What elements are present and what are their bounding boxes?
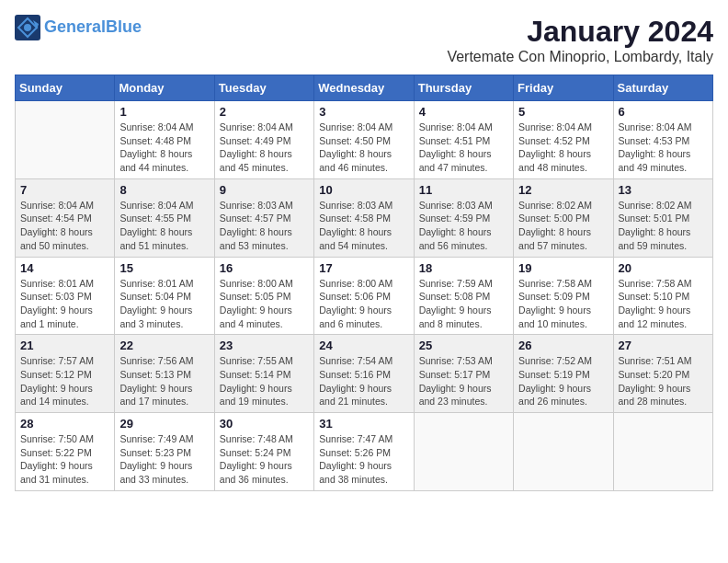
calendar-cell: 1Sunrise: 8:04 AMSunset: 4:48 PMDaylight…: [115, 101, 214, 179]
calendar-cell: 26Sunrise: 7:52 AMSunset: 5:19 PMDayligh…: [514, 335, 613, 413]
day-info: Sunrise: 7:54 AMSunset: 5:16 PMDaylight:…: [319, 354, 408, 408]
calendar-cell: 16Sunrise: 8:00 AMSunset: 5:05 PMDayligh…: [214, 257, 313, 335]
header: GeneralBlue January 2024 Vertemate Con M…: [15, 15, 713, 65]
day-number: 12: [518, 183, 608, 197]
calendar-cell: 2Sunrise: 8:04 AMSunset: 4:49 PMDaylight…: [214, 101, 313, 179]
day-number: 23: [220, 339, 309, 352]
logo-text: GeneralBlue: [44, 17, 142, 38]
day-number: 15: [119, 261, 209, 275]
calendar-cell: 31Sunrise: 7:47 AMSunset: 5:26 PMDayligh…: [314, 413, 414, 491]
day-number: 2: [220, 105, 309, 119]
day-info: Sunrise: 7:58 AMSunset: 5:09 PMDaylight:…: [518, 277, 608, 331]
day-number: 10: [319, 183, 408, 197]
calendar-cell: 20Sunrise: 7:58 AMSunset: 5:10 PMDayligh…: [613, 257, 712, 335]
calendar-cell: 3Sunrise: 8:04 AMSunset: 4:50 PMDaylight…: [314, 101, 414, 179]
day-info: Sunrise: 8:02 AMSunset: 5:01 PMDaylight:…: [619, 199, 708, 253]
svg-point-2: [24, 24, 31, 31]
calendar-cell: 22Sunrise: 7:56 AMSunset: 5:13 PMDayligh…: [115, 335, 214, 413]
day-info: Sunrise: 8:00 AMSunset: 5:05 PMDaylight:…: [220, 277, 309, 331]
calendar-cell: [16, 101, 115, 179]
calendar-cell: 25Sunrise: 7:53 AMSunset: 5:17 PMDayligh…: [414, 335, 513, 413]
day-info: Sunrise: 7:57 AMSunset: 5:12 PMDaylight:…: [20, 354, 109, 408]
day-info: Sunrise: 7:59 AMSunset: 5:08 PMDaylight:…: [419, 277, 508, 331]
week-row-3: 14Sunrise: 8:01 AMSunset: 5:03 PMDayligh…: [16, 257, 713, 335]
logo: GeneralBlue: [15, 15, 142, 40]
day-number: 16: [220, 261, 309, 275]
location-subtitle: Vertemate Con Minoprio, Lombardy, Italy: [447, 49, 713, 65]
day-number: 20: [619, 261, 708, 275]
calendar-cell: 21Sunrise: 7:57 AMSunset: 5:12 PMDayligh…: [16, 335, 115, 413]
calendar-cell: 7Sunrise: 8:04 AMSunset: 4:54 PMDaylight…: [16, 178, 115, 257]
calendar-cell: 17Sunrise: 8:00 AMSunset: 5:06 PMDayligh…: [314, 257, 414, 335]
day-number: 22: [119, 339, 209, 352]
day-info: Sunrise: 7:49 AMSunset: 5:23 PMDaylight:…: [119, 432, 209, 487]
calendar-cell: 24Sunrise: 7:54 AMSunset: 5:16 PMDayligh…: [314, 335, 414, 413]
day-number: 30: [220, 417, 309, 431]
day-info: Sunrise: 8:03 AMSunset: 4:58 PMDaylight:…: [319, 199, 408, 253]
day-number: 25: [419, 339, 508, 352]
weekday-header-row: SundayMondayTuesdayWednesdayThursdayFrid…: [16, 75, 713, 101]
day-number: 27: [619, 339, 708, 352]
day-number: 17: [319, 261, 408, 275]
day-number: 6: [619, 105, 708, 119]
week-row-4: 21Sunrise: 7:57 AMSunset: 5:12 PMDayligh…: [16, 335, 713, 413]
day-info: Sunrise: 7:50 AMSunset: 5:22 PMDaylight:…: [20, 432, 109, 487]
day-number: 14: [20, 261, 109, 275]
calendar-cell: 28Sunrise: 7:50 AMSunset: 5:22 PMDayligh…: [16, 413, 115, 491]
day-number: 31: [319, 417, 408, 431]
calendar-cell: 23Sunrise: 7:55 AMSunset: 5:14 PMDayligh…: [214, 335, 313, 413]
day-info: Sunrise: 8:03 AMSunset: 4:57 PMDaylight:…: [220, 199, 309, 253]
calendar-cell: 19Sunrise: 7:58 AMSunset: 5:09 PMDayligh…: [514, 257, 613, 335]
day-number: 7: [20, 183, 109, 197]
calendar-cell: 15Sunrise: 8:01 AMSunset: 5:04 PMDayligh…: [115, 257, 214, 335]
calendar-cell: 6Sunrise: 8:04 AMSunset: 4:53 PMDaylight…: [613, 101, 712, 179]
day-info: Sunrise: 8:04 AMSunset: 4:55 PMDaylight:…: [119, 199, 209, 253]
calendar-cell: 27Sunrise: 7:51 AMSunset: 5:20 PMDayligh…: [613, 335, 712, 413]
day-info: Sunrise: 8:02 AMSunset: 5:00 PMDaylight:…: [518, 199, 608, 253]
calendar-cell: 9Sunrise: 8:03 AMSunset: 4:57 PMDaylight…: [214, 178, 313, 257]
day-info: Sunrise: 7:55 AMSunset: 5:14 PMDaylight:…: [220, 354, 309, 408]
calendar-cell: 10Sunrise: 8:03 AMSunset: 4:58 PMDayligh…: [314, 178, 414, 257]
weekday-header-tuesday: Tuesday: [214, 75, 313, 101]
weekday-header-thursday: Thursday: [414, 75, 513, 101]
month-year-title: January 2024: [447, 15, 713, 49]
logo-line2: Blue: [106, 17, 142, 36]
day-info: Sunrise: 8:01 AMSunset: 5:03 PMDaylight:…: [20, 277, 109, 331]
calendar-cell: [414, 413, 513, 491]
weekday-header-sunday: Sunday: [16, 75, 115, 101]
logo-line1: General: [44, 17, 106, 36]
day-info: Sunrise: 7:52 AMSunset: 5:19 PMDaylight:…: [518, 354, 608, 408]
weekday-header-monday: Monday: [115, 75, 214, 101]
title-block: January 2024 Vertemate Con Minoprio, Lom…: [447, 15, 713, 65]
week-row-2: 7Sunrise: 8:04 AMSunset: 4:54 PMDaylight…: [16, 178, 713, 257]
calendar-cell: 12Sunrise: 8:02 AMSunset: 5:00 PMDayligh…: [514, 178, 613, 257]
calendar-table: SundayMondayTuesdayWednesdayThursdayFrid…: [15, 75, 713, 491]
logo-icon: [15, 15, 40, 40]
week-row-1: 1Sunrise: 8:04 AMSunset: 4:48 PMDaylight…: [16, 101, 713, 179]
day-number: 9: [220, 183, 309, 197]
day-info: Sunrise: 8:04 AMSunset: 4:52 PMDaylight:…: [518, 121, 608, 175]
calendar-cell: 4Sunrise: 8:04 AMSunset: 4:51 PMDaylight…: [414, 101, 513, 179]
day-number: 24: [319, 339, 408, 352]
day-info: Sunrise: 8:04 AMSunset: 4:48 PMDaylight:…: [119, 121, 209, 175]
day-number: 13: [619, 183, 708, 197]
day-number: 18: [419, 261, 508, 275]
day-info: Sunrise: 8:04 AMSunset: 4:49 PMDaylight:…: [220, 121, 309, 175]
day-number: 29: [119, 417, 209, 431]
day-info: Sunrise: 7:47 AMSunset: 5:26 PMDaylight:…: [319, 432, 408, 487]
calendar-cell: 30Sunrise: 7:48 AMSunset: 5:24 PMDayligh…: [214, 413, 313, 491]
day-number: 19: [518, 261, 608, 275]
day-info: Sunrise: 7:58 AMSunset: 5:10 PMDaylight:…: [619, 277, 708, 331]
day-number: 28: [20, 417, 109, 431]
week-row-5: 28Sunrise: 7:50 AMSunset: 5:22 PMDayligh…: [16, 413, 713, 491]
calendar-cell: [514, 413, 613, 491]
weekday-header-wednesday: Wednesday: [314, 75, 414, 101]
calendar-cell: 18Sunrise: 7:59 AMSunset: 5:08 PMDayligh…: [414, 257, 513, 335]
day-info: Sunrise: 7:56 AMSunset: 5:13 PMDaylight:…: [119, 354, 209, 408]
calendar-cell: 14Sunrise: 8:01 AMSunset: 5:03 PMDayligh…: [16, 257, 115, 335]
calendar-cell: [613, 413, 712, 491]
calendar-cell: 29Sunrise: 7:49 AMSunset: 5:23 PMDayligh…: [115, 413, 214, 491]
day-info: Sunrise: 8:04 AMSunset: 4:50 PMDaylight:…: [319, 121, 408, 175]
day-info: Sunrise: 8:01 AMSunset: 5:04 PMDaylight:…: [119, 277, 209, 331]
day-number: 8: [119, 183, 209, 197]
